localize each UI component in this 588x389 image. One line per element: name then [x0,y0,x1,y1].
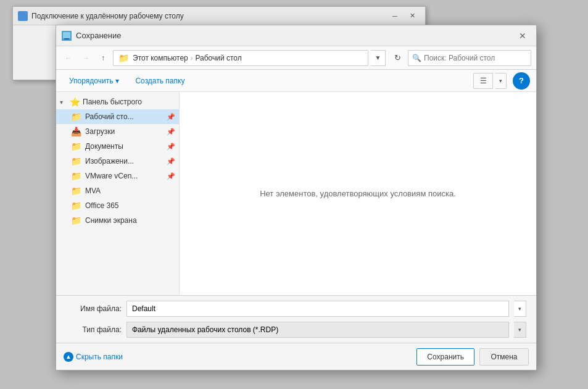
filename-label: Имя файла: [66,304,122,313]
new-folder-button[interactable]: Создать папку [128,73,191,89]
dialog-close-button[interactable]: ✕ [514,28,531,43]
pin-icon: 📌 [167,143,175,151]
folder-icon: 📁 [71,186,81,196]
rdp-title: Подключение к удалённому рабочему столу [31,12,383,20]
pin-icon: 📌 [167,157,175,165]
hide-folders-label: Скрыть папки [76,353,123,361]
sidebar-item-label: Рабочий сто... [85,112,163,121]
bottom-area: Имя файла: Default ▾ Тип файла: Файлы уд… [56,295,536,343]
folder-icon: 📁 [71,201,81,211]
search-input[interactable] [424,54,527,62]
sidebar-item-label: Изображени... [85,157,163,165]
forward-button[interactable]: → [78,51,93,65]
filename-value: Default [132,304,155,313]
organize-button[interactable]: Упорядочить ▾ [62,73,126,89]
sidebar-item-desktop[interactable]: 📁 Рабочий сто... 📌 [56,109,179,124]
expand-icon: ▾ [60,99,67,106]
dialog-icon [61,30,72,41]
path-separator: › [191,54,193,62]
up-button[interactable]: ↑ [96,51,110,65]
back-button[interactable]: ← [61,51,76,65]
folder-icon: 📁 [71,215,81,225]
hide-folders-button[interactable]: ▲ Скрыть папки [64,352,123,362]
organize-label: Упорядочить [69,77,113,85]
pin-icon: 📌 [167,172,175,180]
svg-rect-2 [64,38,69,40]
search-icon: 🔍 [412,54,421,62]
address-path[interactable]: 📁 Этот компьютер › Рабочий стол [113,50,368,66]
svg-rect-1 [63,32,70,38]
new-folder-label: Создать папку [135,77,184,85]
sidebar-item-screenshots[interactable]: 📁 Снимки экрана [56,213,179,228]
dialog-title: Сохранение [76,31,510,40]
help-button[interactable]: ? [513,72,530,90]
content-area: ▾ ⭐ Панель быстрого 📁 Рабочий сто... 📌 📥… [56,92,536,295]
rdp-close-button[interactable]: ✕ [404,10,420,22]
sidebar-item-label: Документы [85,142,163,151]
folder-icon: 📁 [71,171,81,181]
rdp-icon [18,11,28,21]
sidebar-item-label: Загрузки [85,127,163,136]
sidebar-item-office365[interactable]: 📁 Office 365 [56,198,179,213]
save-button[interactable]: Сохранить [416,348,474,366]
filetype-row: Тип файла: Файлы удаленных рабочих столо… [56,319,536,343]
sidebar: ▾ ⭐ Панель быстрого 📁 Рабочий сто... 📌 📥… [56,92,180,295]
path-folder-icon: 📁 [118,53,129,63]
sidebar-item-documents[interactable]: 📁 Документы 📌 [56,139,179,154]
refresh-button[interactable]: ↻ [389,50,405,66]
sidebar-item-mva[interactable]: 📁 MVA [56,183,179,198]
address-dropdown-button[interactable]: ▼ [371,50,386,66]
rdp-titlebar: Подключение к удалённому рабочему столу … [13,7,425,25]
pin-icon: 📌 [167,113,175,121]
dialog-titlebar: Сохранение ✕ [56,25,536,46]
search-box[interactable]: 🔍 [408,50,531,66]
download-folder-icon: 📥 [71,127,81,136]
view-dropdown-button[interactable]: ▾ [495,73,507,89]
sidebar-item-label: Office 365 [85,201,175,210]
filename-input[interactable]: Default [126,301,509,317]
filename-row: Имя файла: Default ▾ [56,296,536,319]
filetype-label: Тип файла: [66,325,122,334]
quick-access-label: Панель быстрого [83,98,142,106]
path-text: Этот компьютер › Рабочий стол [133,54,242,62]
sidebar-quick-access[interactable]: ▾ ⭐ Панель быстрого [56,94,179,109]
filename-dropdown-button[interactable]: ▾ [514,301,526,317]
path-part2: Рабочий стол [195,54,241,62]
empty-message: Нет элементов, удовлетворяющих условиям … [260,189,456,198]
hide-folders-icon: ▲ [64,352,73,362]
view-button[interactable]: ☰ [473,73,493,89]
address-bar: ← → ↑ 📁 Этот компьютер › Рабочий стол ▼ … [56,46,536,70]
pin-icon: 📌 [167,128,175,136]
star-icon: ⭐ [70,97,80,107]
filetype-dropdown-button[interactable]: ▾ [514,322,526,338]
path-part1: Этот компьютер [133,54,188,62]
sidebar-section: ▾ ⭐ Панель быстрого 📁 Рабочий сто... 📌 📥… [56,92,179,230]
sidebar-item-downloads[interactable]: 📥 Загрузки 📌 [56,124,179,139]
sidebar-item-label: VMware vCen... [85,172,163,180]
sidebar-item-images[interactable]: 📁 Изображени... 📌 [56,154,179,169]
sidebar-item-label: Снимки экрана [85,216,175,225]
file-area: Нет элементов, удовлетворяющих условиям … [180,92,536,295]
filetype-value: Файлы удаленных рабочих столов (*.RDP) [132,325,278,334]
folder-icon: 📁 [71,141,81,151]
folder-icon: 📁 [71,156,81,166]
save-dialog: Сохранение ✕ ← → ↑ 📁 Этот компьютер › Ра… [56,25,537,370]
organize-chevron-icon: ▾ [115,77,119,85]
rdp-minimize-button[interactable]: ─ [387,10,403,22]
sidebar-item-vmware[interactable]: 📁 VMware vCen... 📌 [56,169,179,183]
cancel-button[interactable]: Отмена [479,348,529,366]
toolbar: Упорядочить ▾ Создать папку ☰ ▾ ? [56,70,536,92]
sidebar-item-label: MVA [85,186,175,195]
rdp-titlebar-buttons: ─ ✕ [387,10,420,22]
folder-icon: 📁 [71,112,81,122]
filetype-select[interactable]: Файлы удаленных рабочих столов (*.RDP) [126,322,509,338]
footer: ▲ Скрыть папки Сохранить Отмена [56,343,536,370]
